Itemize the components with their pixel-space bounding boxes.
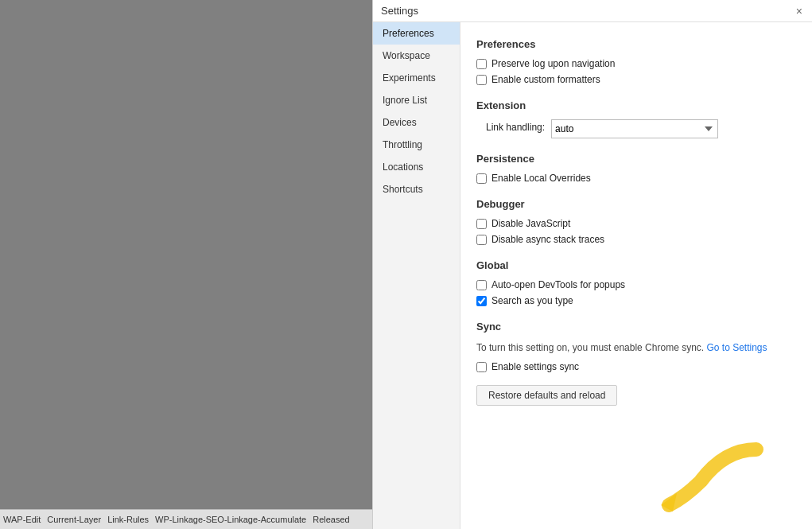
global-title: Global: [476, 259, 796, 271]
sidebar-item-shortcuts[interactable]: Shortcuts: [373, 178, 460, 200]
auto-open-devtools-checkbox[interactable]: [476, 280, 487, 290]
link-handling-row: Link handling: auto manual: [486, 119, 796, 138]
go-to-settings-link[interactable]: Go to Settings: [707, 342, 767, 353]
settings-body: Preferences Workspace Experiments Ignore…: [373, 22, 812, 529]
bottom-bar-item-1: WAP-Edit: [3, 515, 41, 524]
sidebar-item-throttling[interactable]: Throttling: [373, 134, 460, 156]
preferences-title: Preferences: [476, 38, 796, 50]
disable-js-label: Disable JavaScript: [491, 218, 570, 229]
sidebar-item-devices[interactable]: Devices: [373, 111, 460, 134]
disable-js-checkbox[interactable]: [476, 219, 487, 229]
sidebar-item-workspace[interactable]: Workspace: [373, 45, 460, 67]
disable-async-row: Disable async stack traces: [476, 234, 796, 245]
link-handling-label: Link handling:: [486, 122, 545, 133]
enable-local-overrides-row: Enable Local Overrides: [476, 173, 796, 184]
sidebar-item-experiments[interactable]: Experiments: [373, 67, 460, 89]
settings-panel-title: Settings: [381, 5, 418, 17]
settings-panel: Settings × Preferences Workspace Experim…: [372, 0, 812, 529]
bottom-bar-item-3: Link-Rules: [107, 515, 149, 524]
enable-settings-sync-row: Enable settings sync: [476, 361, 796, 372]
settings-sidebar: Preferences Workspace Experiments Ignore…: [373, 22, 460, 529]
search-as-you-type-checkbox[interactable]: [476, 296, 487, 306]
enable-formatters-checkbox[interactable]: [476, 75, 487, 85]
global-section: Global Auto-open DevTools for popups Sea…: [476, 259, 796, 306]
settings-title-bar: Settings ×: [373, 0, 812, 22]
link-handling-select[interactable]: auto manual: [551, 119, 718, 138]
extension-title: Extension: [476, 99, 796, 111]
enable-formatters-row: Enable custom formatters: [476, 74, 796, 85]
persistence-section: Persistence Enable Local Overrides: [476, 153, 796, 184]
appearance-section: Preserve log upon navigation Enable cust…: [476, 58, 796, 85]
disable-js-row: Disable JavaScript: [476, 218, 796, 229]
sidebar-item-ignore-list[interactable]: Ignore List: [373, 89, 460, 111]
disable-async-checkbox[interactable]: [476, 235, 487, 245]
settings-main-content: Preferences Preserve log upon navigation…: [460, 22, 812, 529]
sync-title: Sync: [476, 321, 796, 333]
close-button[interactable]: ×: [795, 6, 804, 17]
auto-open-devtools-label: Auto-open DevTools for popups: [491, 279, 625, 290]
search-as-you-type-label: Search as you type: [491, 295, 573, 306]
sync-section: Sync To turn this setting on, you must e…: [476, 321, 796, 406]
restore-defaults-button[interactable]: Restore defaults and reload: [476, 385, 617, 406]
enable-local-overrides-checkbox[interactable]: [476, 173, 487, 184]
enable-settings-sync-label: Enable settings sync: [491, 361, 579, 372]
auto-open-devtools-row: Auto-open DevTools for popups: [476, 279, 796, 290]
debugger-section: Debugger Disable JavaScript Disable asyn…: [476, 198, 796, 245]
preserve-log-label: Preserve log upon navigation: [491, 58, 615, 69]
sidebar-item-preferences[interactable]: Preferences: [373, 22, 460, 45]
bottom-bar-item-5: Released: [313, 515, 349, 524]
enable-local-overrides-label: Enable Local Overrides: [491, 173, 591, 184]
sidebar-item-locations[interactable]: Locations: [373, 156, 460, 178]
debugger-title: Debugger: [476, 198, 796, 210]
preserve-log-row: Preserve log upon navigation: [476, 58, 796, 69]
disable-async-label: Disable async stack traces: [491, 234, 604, 245]
search-as-you-type-row: Search as you type: [476, 295, 796, 306]
bottom-bar: WAP-Edit Current-Layer Link-Rules WP-Lin…: [0, 509, 372, 529]
enable-formatters-label: Enable custom formatters: [491, 74, 600, 85]
left-panel: [0, 0, 372, 509]
extension-section: Extension Link handling: auto manual: [476, 99, 796, 138]
bottom-bar-item-2: Current-Layer: [47, 515, 101, 524]
sync-description: To turn this setting on, you must enable…: [476, 340, 796, 355]
persistence-title: Persistence: [476, 153, 796, 165]
preserve-log-checkbox[interactable]: [476, 59, 487, 69]
bottom-bar-item-4: WP-Linkage-SEO-Linkage-Accumulate: [155, 515, 306, 524]
enable-settings-sync-checkbox[interactable]: [476, 362, 487, 372]
